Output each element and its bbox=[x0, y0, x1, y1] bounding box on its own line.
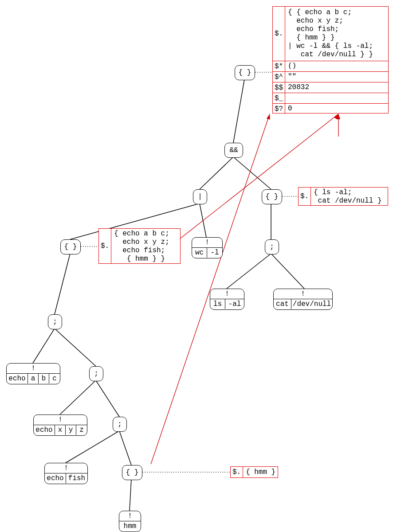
tree-node-root: { } bbox=[235, 65, 255, 80]
tree-node-braceR: { } bbox=[262, 189, 282, 204]
tree-edge bbox=[271, 254, 304, 289]
bang-icon: ! bbox=[192, 238, 222, 248]
env-left-val: { echo a b c; echo x y z; echo fish; { h… bbox=[114, 230, 169, 263]
env-val-q: 0 bbox=[288, 105, 292, 113]
env-right-val: { ls -al; cat /dev/null } bbox=[314, 188, 382, 205]
env-left-key: $. bbox=[99, 229, 111, 263]
tree-node-pipe: | bbox=[193, 189, 207, 204]
tree-edge bbox=[233, 157, 271, 189]
bang-icon: ! bbox=[274, 289, 332, 299]
tree-node-semi3: ; bbox=[113, 417, 127, 432]
reference-arrow bbox=[151, 114, 270, 464]
reference-arrow bbox=[180, 114, 338, 239]
env-val-caret: "" bbox=[288, 73, 296, 81]
bang-icon: ! bbox=[7, 364, 60, 374]
command-node-echoabc: !echoabc bbox=[6, 363, 60, 384]
tree-edge bbox=[60, 380, 96, 415]
tree-edge bbox=[227, 254, 271, 289]
command-node-echoxyz: !echoxyz bbox=[33, 415, 87, 436]
tree-node-semi1: ; bbox=[48, 314, 62, 329]
env-right-key: $. bbox=[299, 188, 311, 205]
bang-icon: ! bbox=[34, 415, 87, 425]
arg-cell: hmm bbox=[119, 521, 141, 531]
tree-edge bbox=[233, 79, 244, 143]
env-table-bottom: $. { hmm } bbox=[230, 466, 278, 478]
bang-icon: ! bbox=[45, 463, 87, 473]
env-bottom-key: $. bbox=[231, 467, 243, 477]
env-table-main: $. { { echo a b c; echo x y z; echo fish… bbox=[272, 6, 389, 113]
command-node-hmm: !hmm bbox=[119, 511, 141, 532]
tree-node-and: && bbox=[224, 143, 243, 158]
env-bottom-val: { hmm } bbox=[246, 468, 275, 477]
tree-edge bbox=[55, 329, 96, 366]
env-val-dot: { { echo a b c; echo x y z; echo fish; {… bbox=[288, 8, 373, 59]
env-key-dot: $. bbox=[273, 7, 285, 61]
env-key-q: $? bbox=[273, 104, 285, 114]
bang-icon: ! bbox=[119, 511, 141, 521]
tree-node-braceH: { } bbox=[122, 465, 142, 480]
tree-edge bbox=[55, 254, 70, 314]
arg-cell: x bbox=[55, 425, 66, 435]
env-key-star: $* bbox=[273, 61, 285, 71]
command-node-echofsh: !echofish bbox=[44, 463, 88, 484]
tree-edge bbox=[200, 157, 233, 189]
bang-icon: ! bbox=[210, 289, 244, 299]
arg-cell: /dev/null bbox=[291, 299, 332, 309]
arg-cell: a bbox=[28, 374, 39, 383]
env-table-left: $. { echo a b c; echo x y z; echo fish; … bbox=[98, 228, 181, 264]
arg-cell: fish bbox=[66, 473, 87, 483]
command-node-wc: !wc-l bbox=[192, 237, 223, 258]
arg-cell: -l bbox=[207, 248, 222, 258]
env-val-star: () bbox=[288, 62, 296, 70]
tree-node-semi2: ; bbox=[89, 366, 103, 381]
arg-cell: ls bbox=[210, 299, 225, 309]
env-table-right: $. { ls -al; cat /dev/null } bbox=[298, 187, 388, 206]
tree-edge bbox=[119, 431, 131, 465]
arg-cell: echo bbox=[45, 473, 66, 483]
arg-cell: wc bbox=[192, 248, 207, 258]
arg-cell: y bbox=[66, 425, 76, 435]
tree-node-braceL: { } bbox=[60, 239, 81, 254]
command-node-cat: !cat/dev/null bbox=[273, 289, 333, 310]
env-key-caret: $^ bbox=[273, 72, 285, 82]
arg-cell: echo bbox=[7, 374, 28, 383]
command-node-ls: !ls-al bbox=[210, 289, 244, 310]
arrowhead-icon bbox=[267, 113, 271, 120]
arg-cell: z bbox=[76, 425, 87, 435]
env-val-pid: 20832 bbox=[288, 83, 309, 92]
arg-cell: c bbox=[49, 374, 60, 383]
arg-cell: echo bbox=[34, 425, 55, 435]
tree-edge bbox=[33, 329, 55, 363]
env-key-under: $_ bbox=[273, 93, 285, 103]
tree-edge bbox=[96, 380, 119, 417]
arg-cell: cat bbox=[274, 299, 291, 309]
env-key-pid: $$ bbox=[273, 82, 285, 93]
arg-cell: b bbox=[39, 374, 49, 383]
arg-cell: -al bbox=[225, 299, 244, 309]
tree-edge bbox=[130, 479, 131, 511]
tree-node-semiR: ; bbox=[265, 239, 279, 254]
